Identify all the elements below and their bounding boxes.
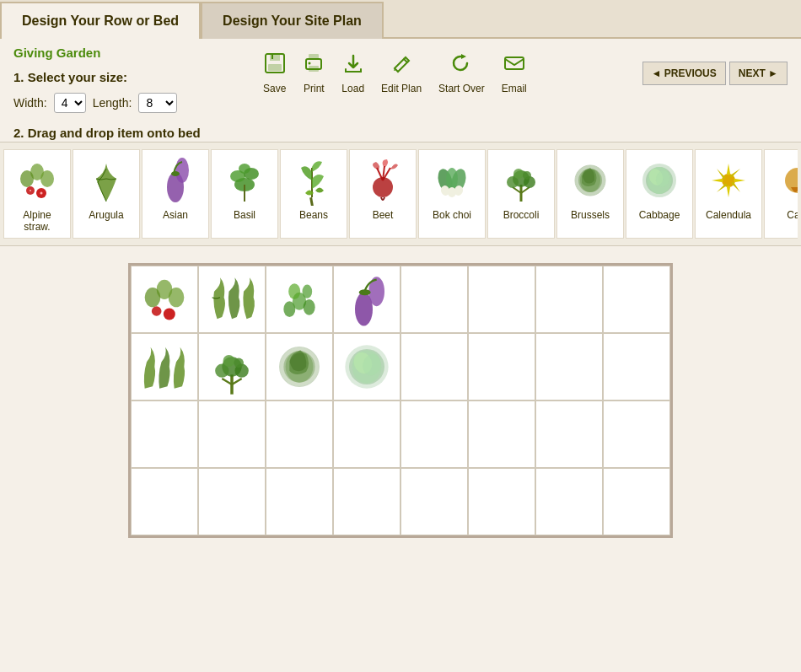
tab-site-plan[interactable]: Design Your Site Plan	[201, 2, 384, 39]
select-size-label: 1. Select your size:	[13, 70, 233, 84]
start-over-label: Start Over	[438, 83, 485, 94]
plant-item-basil[interactable]: Basil	[211, 149, 278, 239]
plant-item-calendula[interactable]: Calendula	[695, 149, 762, 239]
print-label: Print	[304, 83, 325, 94]
broccoli-icon	[496, 155, 546, 206]
garden-cell[interactable]	[468, 266, 535, 333]
plant-item-alpine[interactable]: Alpinestraw.	[3, 149, 71, 239]
calendula-label: Calendula	[706, 209, 751, 221]
asian-icon	[150, 155, 201, 206]
garden-cell[interactable]	[131, 333, 198, 401]
garden-cell[interactable]	[266, 468, 333, 535]
plant-item-arugula[interactable]: Arugula	[73, 149, 140, 239]
garden-row	[131, 333, 670, 401]
garden-cell[interactable]	[400, 266, 468, 333]
previous-button[interactable]: ◄ PREVIOUS	[642, 62, 726, 85]
brussels-label: Brussels	[571, 209, 610, 221]
load-icon	[342, 52, 364, 79]
plant-item-broccoli[interactable]: Broccoli	[487, 149, 555, 239]
garden-row	[131, 266, 670, 333]
garden-cell[interactable]	[198, 333, 266, 401]
right-panel: Save Print	[246, 46, 788, 101]
svg-rect-6	[309, 66, 319, 72]
garden-cell[interactable]	[333, 401, 400, 468]
svg-rect-3	[271, 54, 273, 59]
garden-row	[131, 468, 670, 535]
garden-cell[interactable]	[131, 266, 198, 333]
nav-buttons: ◄ PREVIOUS NEXT ►	[642, 62, 788, 85]
garden-row	[131, 401, 670, 468]
edit-plan-button[interactable]: Edit Plan	[381, 52, 422, 94]
tab-row-bed[interactable]: Design Your Row or Bed	[0, 2, 201, 39]
start-over-button[interactable]: Start Over	[438, 52, 485, 94]
alpine-icon	[12, 155, 62, 206]
plant-carousel-wrapper: Alpinestraw. Arugula	[0, 142, 801, 246]
garden-cell[interactable]	[333, 333, 400, 401]
asian-label: Asian	[163, 209, 188, 221]
garden-cell[interactable]	[535, 266, 603, 333]
width-label: Width:	[13, 96, 47, 110]
drag-drop-label: 2. Drag and drop item onto bed	[13, 125, 233, 142]
length-select[interactable]: 12345678910	[138, 93, 177, 113]
garden-cell[interactable]	[266, 333, 333, 401]
garden-cell[interactable]	[400, 468, 468, 535]
garden-cell[interactable]	[333, 266, 400, 333]
garden-cell[interactable]	[131, 468, 198, 535]
garden-cell[interactable]	[266, 401, 333, 468]
plant-item-beet[interactable]: Beet	[349, 149, 417, 239]
svg-rect-24	[309, 196, 314, 205]
garden-cell[interactable]	[535, 468, 603, 535]
basil-label: Basil	[234, 209, 255, 221]
width-select[interactable]: 12345	[54, 93, 86, 113]
main-content: Giving Garden 1. Select your size: Width…	[0, 39, 801, 555]
save-button[interactable]: Save	[263, 52, 286, 94]
email-button[interactable]: Email	[502, 52, 527, 94]
garden-cell[interactable]	[400, 401, 468, 468]
garden-cell[interactable]	[603, 333, 670, 401]
plant-item-bok-choi[interactable]: Bok choi	[418, 149, 486, 239]
svg-point-57	[152, 306, 162, 316]
garden-cell[interactable]	[603, 468, 670, 535]
size-controls: Width: 12345 Length: 12345678910	[13, 93, 233, 113]
calendula-icon	[703, 155, 754, 206]
beans-label: Beans	[299, 209, 328, 221]
tab-bar: Design Your Row or Bed Design Your Site …	[0, 0, 801, 39]
garden-cell[interactable]	[333, 468, 400, 535]
next-button[interactable]: NEXT ►	[729, 62, 788, 85]
svg-point-29	[373, 177, 393, 197]
bok-choi-label: Bok choi	[433, 209, 471, 221]
left-panel: Giving Garden 1. Select your size: Width…	[13, 46, 233, 142]
garden-cell[interactable]	[468, 333, 535, 401]
plant-item-more[interactable]: Ca...	[764, 149, 798, 239]
garden-cell[interactable]	[266, 266, 333, 333]
garden-cell[interactable]	[198, 266, 266, 333]
garden-cell[interactable]	[535, 401, 603, 468]
svg-point-35	[448, 187, 456, 197]
arugula-label: Arugula	[89, 209, 123, 221]
more-label: Ca...	[787, 209, 798, 221]
svg-point-63	[303, 284, 313, 298]
svg-point-22	[239, 164, 250, 174]
garden-cell[interactable]	[198, 401, 266, 468]
garden-cell[interactable]	[400, 333, 468, 401]
plant-item-beans[interactable]: Beans	[280, 149, 347, 239]
garden-cell[interactable]	[131, 401, 198, 468]
svg-rect-1	[270, 54, 280, 61]
garden-cell[interactable]	[468, 401, 535, 468]
beet-icon	[357, 155, 408, 206]
plant-item-brussels[interactable]: Brussels	[556, 149, 624, 239]
print-button[interactable]: Print	[303, 52, 325, 94]
garden-cell[interactable]	[603, 266, 670, 333]
plant-item-asian[interactable]: Asian	[142, 149, 209, 239]
svg-point-43	[523, 171, 531, 180]
beans-icon	[288, 155, 339, 206]
load-button[interactable]: Load	[341, 52, 364, 94]
cabbage-icon	[634, 155, 685, 206]
svg-point-42	[513, 169, 524, 179]
garden-cell[interactable]	[603, 401, 670, 468]
broccoli-label: Broccoli	[503, 209, 540, 221]
garden-cell[interactable]	[198, 468, 266, 535]
garden-cell[interactable]	[535, 333, 603, 401]
garden-cell[interactable]	[468, 468, 535, 535]
plant-item-cabbage[interactable]: Cabbage	[626, 149, 693, 239]
